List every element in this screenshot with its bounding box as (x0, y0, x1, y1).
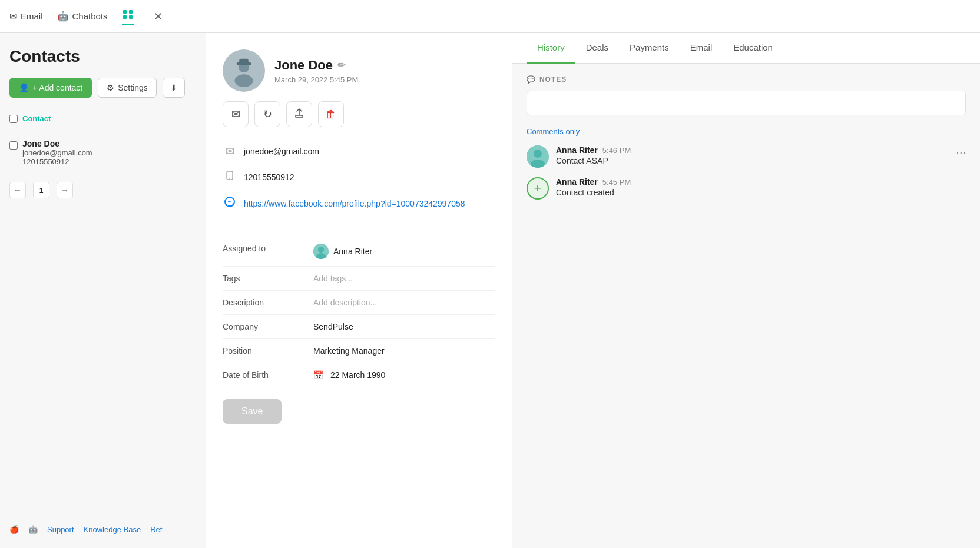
messenger-field-link[interactable]: https://www.facebook.com/profile.php?id=… (244, 199, 465, 208)
tab-email[interactable]: Email (680, 33, 723, 64)
description-value[interactable]: Add description... (313, 298, 377, 307)
sidebar-footer: 🍎 🤖 Support Knowledge Base Ref (9, 513, 196, 534)
tab-deals[interactable]: Deals (575, 33, 619, 64)
description-label: Description (223, 298, 299, 307)
svg-point-16 (534, 150, 542, 158)
top-navigation: ✉ Email 🤖 Chatbots ✕ (0, 0, 980, 33)
phone-field-icon (223, 170, 237, 184)
contact-avatar (223, 49, 265, 92)
add-contact-button[interactable]: 👤 + Add contact (9, 78, 92, 98)
contacts-title: Contacts (9, 47, 196, 66)
created-icon: + (527, 177, 549, 200)
notes-input[interactable] (527, 91, 966, 115)
tags-label: Tags (223, 274, 299, 283)
contact-info-block: Jone Doe jonedoe@gmail.com 12015550912 (22, 139, 92, 166)
nav-email-label: Email (21, 11, 43, 21)
assigned-to-value: Anna Riter (313, 244, 372, 259)
nav-chatbots-label: Chatbots (72, 11, 108, 21)
select-all-checkbox[interactable] (9, 115, 18, 123)
tab-payments[interactable]: Payments (619, 33, 680, 64)
contact-checkbox[interactable] (9, 141, 18, 150)
svg-point-13 (318, 247, 324, 253)
refresh-action-button[interactable]: ↻ (254, 101, 280, 127)
contacts-nav-icon (122, 8, 134, 22)
action-buttons-row: ✉ ↻ 🗑 (206, 101, 512, 139)
svg-rect-0 (123, 10, 127, 14)
tab-history[interactable]: History (527, 33, 575, 64)
calendar-icon: 📅 (313, 370, 323, 380)
tags-value[interactable]: Add tags... (313, 274, 353, 283)
email-nav-icon: ✉ (9, 11, 17, 22)
history-time-2: 5:45 PM (602, 178, 631, 187)
save-button[interactable]: Save (223, 399, 282, 424)
nav-chatbots[interactable]: 🤖 Chatbots (57, 11, 108, 22)
history-text-2: Contact created (556, 188, 966, 197)
save-bar: Save (206, 387, 512, 436)
contact-list-item[interactable]: Jone Doe jonedoe@gmail.com 12015550912 (9, 133, 196, 172)
svg-rect-8 (239, 59, 249, 64)
prev-page-button[interactable]: ← (9, 182, 26, 198)
dob-label: Date of Birth (223, 370, 299, 380)
android-icon: 🤖 (28, 525, 38, 534)
nav-email[interactable]: ✉ Email (9, 11, 43, 22)
contact-column-label[interactable]: Contact (22, 114, 51, 123)
refresh-icon: ↻ (263, 108, 272, 121)
contact-name: Jone Doe (22, 139, 92, 148)
comments-only-filter[interactable]: Comments only (527, 127, 966, 136)
support-link[interactable]: Support (47, 525, 74, 534)
add-contact-icon: 👤 (19, 83, 29, 92)
svg-point-10 (229, 178, 230, 179)
svg-rect-2 (123, 15, 127, 19)
history-author-2: Anna Riter (556, 177, 598, 187)
history-more-button-1[interactable]: ··· (956, 145, 966, 159)
history-item: Anna Riter 5:46 PM Contact ASAP ··· (527, 145, 966, 168)
contact-phone: 12015550912 (22, 157, 92, 166)
description-row: Description Add description... (223, 291, 495, 315)
detail-header: Jone Doe ✏ March 29, 2022 5:45 PM (206, 33, 512, 101)
settings-button[interactable]: ⚙ Settings (98, 78, 157, 98)
nav-contacts-active[interactable] (122, 8, 134, 25)
chatbots-nav-icon: 🤖 (57, 11, 69, 22)
company-value: SendPulse (313, 322, 353, 331)
tab-education[interactable]: Education (723, 33, 783, 64)
right-panel: History Deals Payments Email Education 💬… (512, 33, 980, 548)
contact-table-header: Contact (9, 109, 196, 128)
contact-detail-panel: Jone Doe ✏ March 29, 2022 5:45 PM ✉ ↻ (206, 33, 512, 548)
svg-point-6 (234, 74, 253, 87)
export-button[interactable]: ⬇ (163, 78, 185, 98)
export-icon: ⬇ (170, 83, 177, 92)
history-meta-1: Anna Riter 5:46 PM (556, 145, 949, 155)
svg-rect-1 (129, 10, 133, 14)
settings-icon: ⚙ (107, 83, 114, 92)
company-label: Company (223, 322, 299, 331)
history-meta-2: Anna Riter 5:45 PM (556, 177, 966, 187)
email-field-value: jonedoe@gmail.com (244, 147, 319, 156)
knowledge-base-link[interactable]: Knowledge Base (84, 525, 141, 534)
panel-tabs: History Deals Payments Email Education (512, 33, 980, 64)
email-action-icon: ✉ (231, 108, 240, 121)
next-page-button[interactable]: → (57, 182, 73, 198)
contact-detail-date: March 29, 2022 5:45 PM (274, 75, 495, 84)
close-icon: ✕ (154, 10, 163, 23)
detail-name-block: Jone Doe ✏ March 29, 2022 5:45 PM (274, 58, 495, 84)
contact-detail-name: Jone Doe ✏ (274, 58, 495, 73)
sidebar-actions: 👤 + Add contact ⚙ Settings ⬇ (9, 78, 196, 98)
nav-close-button[interactable]: ✕ (150, 8, 167, 25)
position-value: Marketing Manager (313, 346, 385, 356)
ref-link[interactable]: Ref (150, 525, 162, 534)
phone-field-value: 12015550912 (244, 172, 294, 182)
settings-label: Settings (118, 83, 148, 92)
email-action-button[interactable]: ✉ (223, 101, 249, 127)
email-field-icon: ✉ (223, 145, 237, 158)
share-action-button[interactable] (286, 101, 312, 127)
history-content-1: Anna Riter 5:46 PM Contact ASAP (556, 145, 949, 165)
assigned-to-row: Assigned to Anna Riter (223, 237, 495, 267)
history-avatar-1 (527, 145, 549, 168)
delete-action-button[interactable]: 🗑 (318, 101, 344, 127)
edit-name-icon[interactable]: ✏ (337, 59, 345, 71)
position-label: Position (223, 346, 299, 356)
pagination: ← 1 → (9, 182, 196, 198)
notes-chat-icon: 💬 (527, 75, 536, 84)
prev-arrow-icon: ← (14, 185, 22, 195)
messenger-field-row: https://www.facebook.com/profile.php?id=… (223, 190, 495, 217)
